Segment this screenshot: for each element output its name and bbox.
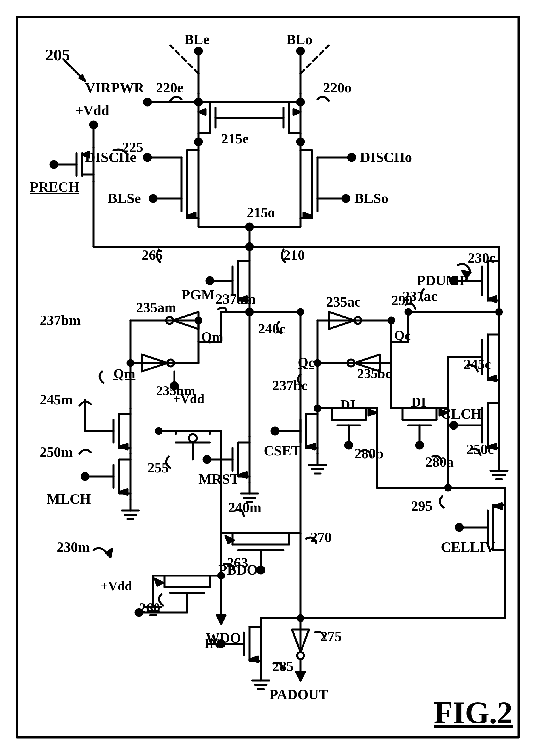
label-237ac: 237ac <box>403 288 437 304</box>
label-qc: Qc <box>394 327 411 343</box>
svg-point-131 <box>204 456 211 463</box>
label-280b: 280b <box>354 445 383 462</box>
label-240m: 240m <box>228 499 261 516</box>
label-237bm: 237bm <box>40 312 80 328</box>
svg-point-159 <box>388 318 394 323</box>
label-blo: BLo <box>286 31 312 48</box>
label-250m: 250m <box>40 444 73 460</box>
svg-point-233 <box>297 652 304 659</box>
label-disch-e: DISCHe <box>85 149 136 165</box>
label-pgm: PGM <box>182 286 214 303</box>
svg-point-9 <box>50 161 57 168</box>
svg-point-92 <box>196 318 201 323</box>
label-qm: Qm <box>201 329 223 345</box>
label-mrst: MRST <box>198 471 239 487</box>
label-pdump: PDUMP <box>417 272 468 289</box>
label-celliv: CELLIV <box>441 539 495 555</box>
svg-point-111 <box>82 473 89 480</box>
circuit-schematic-page: 205 +Vdd PRECH 225 BLe BLo VIRPWR 220e 2… <box>0 0 535 756</box>
svg-point-122 <box>189 434 197 442</box>
svg-marker-256 <box>155 578 163 586</box>
label-210: 210 <box>284 247 305 263</box>
label-205: 205 <box>45 45 70 64</box>
svg-marker-32 <box>294 109 300 115</box>
label-di: DI <box>340 397 355 413</box>
svg-point-209 <box>450 422 457 429</box>
label-250c: 250c <box>466 441 494 458</box>
label-220e: 220e <box>156 79 183 96</box>
label-prech: PRECH <box>30 179 79 195</box>
svg-marker-252 <box>217 615 225 624</box>
svg-point-16 <box>297 48 304 54</box>
label-vdd-top: +Vdd <box>75 102 109 119</box>
label-265: 265 <box>142 247 163 263</box>
label-237am: 237am <box>215 291 256 307</box>
label-275: 275 <box>321 628 342 645</box>
label-di-bar: DI <box>411 394 426 410</box>
label-220o: 220o <box>323 79 352 96</box>
label-qc-bar: Qc <box>298 354 314 370</box>
svg-marker-25 <box>198 109 206 115</box>
label-235ac: 235ac <box>326 294 361 310</box>
label-215e: 215e <box>221 130 249 147</box>
label-237bc: 237bc <box>272 377 308 394</box>
label-215o: 215o <box>247 204 275 221</box>
svg-point-191 <box>416 442 423 449</box>
label-mlch: MLCH <box>47 490 91 507</box>
svg-marker-235 <box>296 672 305 681</box>
svg-point-42 <box>195 138 202 145</box>
label-260: 260 <box>139 600 160 616</box>
svg-point-223 <box>456 524 463 531</box>
svg-marker-266 <box>106 549 112 557</box>
label-ble: BLe <box>184 31 210 48</box>
svg-point-13 <box>195 48 202 54</box>
svg-point-51 <box>297 138 304 145</box>
label-270: 270 <box>310 529 332 545</box>
label-263: 263 <box>227 554 248 571</box>
svg-point-35 <box>297 99 304 105</box>
label-245m: 245m <box>40 391 73 408</box>
label-235bc: 235bc <box>357 366 391 381</box>
label-clch: CLCH <box>441 406 482 422</box>
label-240c: 240c <box>258 321 286 337</box>
label-285: 285 <box>272 658 294 674</box>
label-280a: 280a <box>425 454 454 470</box>
svg-marker-2 <box>79 75 85 81</box>
svg-point-120 <box>156 428 162 434</box>
svg-line-14 <box>170 45 198 74</box>
svg-point-169 <box>271 428 278 434</box>
label-blse: BLSe <box>108 190 141 207</box>
svg-point-158 <box>315 360 321 366</box>
label-230c: 230c <box>468 250 495 266</box>
svg-line-17 <box>300 45 329 74</box>
label-255: 255 <box>148 460 169 476</box>
label-cset: CSET <box>264 442 301 459</box>
svg-marker-183 <box>369 410 377 415</box>
label-245c: 245c <box>464 356 491 372</box>
svg-point-69 <box>207 277 213 284</box>
svg-point-143 <box>257 567 264 574</box>
svg-point-218 <box>445 485 451 490</box>
svg-point-163 <box>406 309 411 315</box>
svg-point-61 <box>246 223 253 230</box>
svg-point-182 <box>345 442 352 449</box>
label-vdd2: +Vdd <box>173 391 205 406</box>
label-blso: BLSo <box>354 190 388 207</box>
svg-point-58 <box>343 195 349 202</box>
label-disch-o: DISCHo <box>360 149 412 165</box>
svg-point-49 <box>150 195 156 202</box>
figure-label: FIG.2 <box>434 695 513 731</box>
label-295: 295 <box>411 498 432 514</box>
label-230m: 230m <box>57 539 90 555</box>
label-padout: PADOUT <box>269 686 328 703</box>
label-vdd3: +Vdd <box>101 578 132 594</box>
label-virpwr: VIRPWR <box>85 79 144 96</box>
svg-point-178 <box>315 406 321 411</box>
svg-point-93 <box>127 360 133 366</box>
label-235am: 235am <box>136 299 176 316</box>
label-in: IN <box>204 635 220 652</box>
label-qm-bar: Qm <box>113 366 135 381</box>
